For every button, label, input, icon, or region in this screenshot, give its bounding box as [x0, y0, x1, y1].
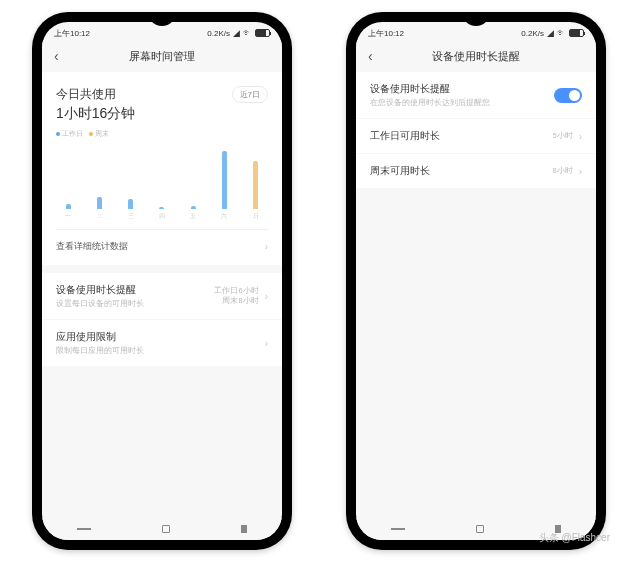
status-time: 上午10:12 [368, 28, 404, 39]
reminder-toggle[interactable] [554, 88, 582, 103]
nav-recents[interactable] [77, 528, 91, 530]
screen-right: 上午10:12 0.2K/s ◢ ᯤ ‹ 设备使用时长提醒 设备使用时长提醒 在… [356, 22, 596, 540]
nav-recents[interactable] [391, 528, 405, 530]
page-title: 屏幕时间管理 [68, 49, 256, 64]
status-speed: 0.2K/s [521, 29, 544, 38]
status-speed: 0.2K/s [207, 29, 230, 38]
today-label: 今日共使用 [56, 86, 135, 103]
phone-right: 上午10:12 0.2K/s ◢ ᯤ ‹ 设备使用时长提醒 设备使用时长提醒 在… [346, 12, 606, 550]
nav-home[interactable] [476, 525, 484, 533]
chevron-right-icon: › [579, 165, 582, 178]
chevron-right-icon: › [265, 337, 268, 350]
back-icon[interactable]: ‹ [54, 48, 68, 64]
header: ‹ 设备使用时长提醒 [356, 40, 596, 72]
nav-back[interactable] [241, 525, 247, 533]
settings-group: 设备使用时长提醒 在您设备的使用时长达到后提醒您 工作日可用时长 5小时 › 周… [356, 72, 596, 189]
legend-dot-weekend [89, 132, 93, 136]
battery-icon [569, 29, 584, 37]
chevron-right-icon: › [579, 130, 582, 143]
page-title: 设备使用时长提醒 [382, 49, 570, 64]
app-limit-row[interactable]: 应用使用限制 限制每日应用的可用时长 › [42, 320, 282, 367]
status-time: 上午10:12 [54, 28, 90, 39]
wifi-icon: ᯤ [243, 28, 252, 38]
back-icon[interactable]: ‹ [368, 48, 382, 64]
usage-card: 今日共使用 1小时16分钟 近7日 工作日 周末 一 二 三 四 五 六 日 查… [42, 72, 282, 265]
screen-left: 上午10:12 0.2K/s ◢ ᯤ ‹ 屏幕时间管理 今日共使用 1小时16分… [42, 22, 282, 540]
signal-icon: ◢ [547, 28, 554, 38]
chevron-right-icon: › [265, 290, 268, 303]
chart-legend: 工作日 周末 [56, 129, 268, 139]
device-reminder-row[interactable]: 设备使用时长提醒 设置每日设备的可用时长 工作日6小时 周末8小时 › [42, 273, 282, 320]
android-navbar [42, 518, 282, 540]
phone-left: 上午10:12 0.2K/s ◢ ᯤ ‹ 屏幕时间管理 今日共使用 1小时16分… [32, 12, 292, 550]
weekend-duration-row[interactable]: 周末可用时长 8小时 › [356, 154, 596, 189]
battery-icon [255, 29, 270, 37]
signal-icon: ◢ [233, 28, 240, 38]
reminder-toggle-row: 设备使用时长提醒 在您设备的使用时长达到后提醒您 [356, 72, 596, 119]
workday-duration-row[interactable]: 工作日可用时长 5小时 › [356, 119, 596, 154]
usage-chart: 一 二 三 四 五 六 日 [56, 149, 268, 221]
legend-dot-workday [56, 132, 60, 136]
nav-home[interactable] [162, 525, 170, 533]
view-details-link[interactable]: 查看详细统计数据 › [56, 229, 268, 259]
header: ‹ 屏幕时间管理 [42, 40, 282, 72]
settings-group: 设备使用时长提醒 设置每日设备的可用时长 工作日6小时 周末8小时 › 应用使用… [42, 273, 282, 367]
wifi-icon: ᯤ [557, 28, 566, 38]
watermark: 头条 @Flashcer [539, 531, 610, 545]
today-time: 1小时16分钟 [56, 105, 135, 123]
chevron-right-icon: › [265, 241, 268, 252]
period-selector[interactable]: 近7日 [232, 86, 268, 103]
